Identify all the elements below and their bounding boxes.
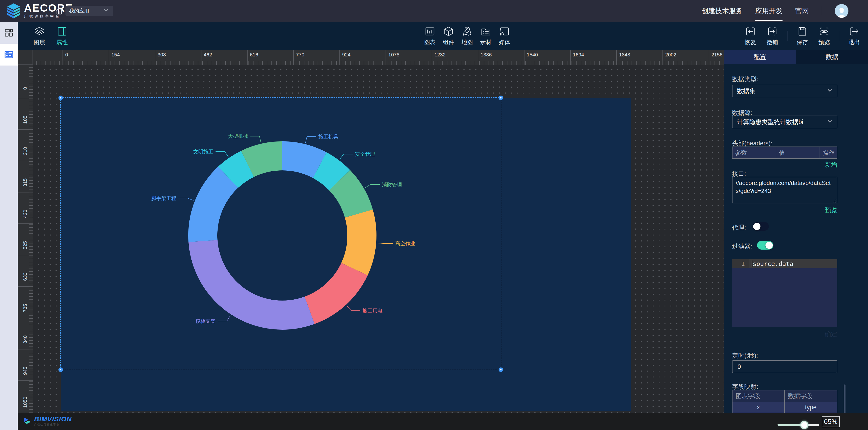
bar-chart-icon bbox=[425, 26, 435, 37]
home-button[interactable] bbox=[55, 6, 64, 16]
map-pin-icon bbox=[462, 26, 472, 37]
slice-label: 安全管理 bbox=[355, 151, 375, 157]
avatar[interactable] bbox=[835, 4, 848, 18]
workspace-select-value: 我的应用 bbox=[69, 7, 89, 14]
exit-button[interactable]: 退出 bbox=[845, 22, 864, 50]
slice-label: 脚手架工程 bbox=[151, 195, 176, 201]
cube-icon bbox=[443, 26, 454, 37]
undo-arrow-icon bbox=[767, 26, 777, 37]
selection-handle[interactable] bbox=[499, 367, 503, 372]
folder-list-icon bbox=[480, 26, 491, 37]
headers-col-param: 参数 bbox=[733, 147, 776, 159]
label-leader-line bbox=[347, 306, 360, 311]
donut-slice[interactable] bbox=[341, 209, 376, 275]
layers-button[interactable]: 图层 bbox=[30, 22, 49, 50]
preview-link[interactable]: 预览 bbox=[825, 206, 837, 214]
restore-button[interactable]: 恢复 bbox=[741, 22, 760, 50]
sidebar-item-pages[interactable] bbox=[0, 44, 18, 65]
data-source-select[interactable]: 计算隐患类型统计数据bi bbox=[732, 116, 837, 128]
headers-col-value: 值 bbox=[776, 147, 820, 159]
table-row[interactable]: x type bbox=[733, 402, 837, 413]
workspace-select[interactable]: 我的应用 bbox=[65, 6, 113, 16]
toolbar-divider bbox=[787, 31, 787, 41]
home-icon bbox=[55, 6, 64, 16]
nav-link-app-dev[interactable]: 应用开发 bbox=[755, 0, 782, 22]
selection-handle[interactable] bbox=[499, 95, 503, 100]
redo-arrow-icon bbox=[745, 26, 756, 37]
aecore-logo-icon bbox=[6, 3, 21, 19]
headers-table: 参数 值 操作 bbox=[732, 146, 837, 159]
slice-label: 消防管理 bbox=[382, 182, 402, 188]
status-bar: BIMVISION 广联达可视化平台 65% bbox=[18, 413, 868, 430]
selected-chart-widget[interactable]: 施工机具安全管理消防管理高空作业施工用电模板支架脚手架工程文明施工大型机械 bbox=[61, 98, 501, 370]
slice-label: 文明施工 bbox=[193, 149, 213, 154]
sidebar-item-widgets[interactable] bbox=[0, 22, 18, 44]
filter-code-editor[interactable]: 1 source.data bbox=[732, 259, 837, 327]
slice-label: 施工机具 bbox=[318, 134, 338, 140]
api-url-textarea[interactable]: //aecore.glodon.com/datavp/dataSets/gdc?… bbox=[732, 177, 837, 203]
zoom-slider-knob[interactable] bbox=[800, 421, 808, 429]
tab-data[interactable]: 数据 bbox=[796, 50, 868, 64]
preview-button[interactable]: 预览 bbox=[815, 22, 833, 50]
properties-button[interactable]: 属性 bbox=[53, 22, 71, 50]
nav-link-official-site[interactable]: 官网 bbox=[795, 0, 809, 22]
undo-button[interactable]: 撤销 bbox=[763, 22, 782, 50]
canvas-workspace[interactable]: 施工机具安全管理消防管理高空作业施工用电模板支架脚手架工程文明施工大型机械 bbox=[33, 65, 724, 413]
editor-toolbar: 图层 属性 图表 组件 地图 素材 媒体 恢复 bbox=[18, 22, 868, 50]
vertical-ruler[interactable]: 01052103154205256307358409451050 bbox=[18, 65, 33, 413]
nav-link-create-service[interactable]: 创建技术服务 bbox=[702, 0, 743, 22]
mapping-data-field: type bbox=[785, 402, 837, 413]
data-type-select[interactable]: 数据集 bbox=[732, 85, 837, 97]
add-header-link[interactable]: 新增 bbox=[825, 161, 837, 169]
filter-label: 过滤器: bbox=[732, 242, 752, 251]
config-panel: 配置 数据 数据类型: 数据集 数据源: 计算隐患类型统计数据bi 头部(hea… bbox=[724, 50, 868, 413]
proxy-label: 代理: bbox=[732, 223, 746, 232]
proxy-toggle[interactable] bbox=[752, 222, 769, 231]
mapping-label: 字段映射: bbox=[732, 383, 758, 391]
mapping-chart-field: x bbox=[733, 402, 785, 413]
app-sidebar bbox=[0, 22, 18, 430]
text-caret bbox=[752, 260, 752, 267]
donut-chart[interactable]: 施工机具安全管理消防管理高空作业施工用电模板支架脚手架工程文明施工大型机械 bbox=[61, 98, 501, 370]
chevron-down-icon bbox=[827, 87, 833, 95]
slice-label: 高空作业 bbox=[395, 241, 415, 247]
slice-label: 模板支架 bbox=[195, 318, 216, 324]
label-leader-line bbox=[250, 136, 261, 142]
components-button[interactable]: 组件 bbox=[439, 22, 458, 50]
timer-label: 定时(:秒): bbox=[732, 351, 758, 360]
page-layout-icon bbox=[4, 50, 14, 60]
headers-col-action: 操作 bbox=[820, 147, 837, 159]
horizontal-ruler[interactable]: -154015430846261677092410781232138615401… bbox=[18, 50, 724, 65]
map-button[interactable]: 地图 bbox=[458, 22, 476, 50]
selection-handle[interactable] bbox=[58, 367, 63, 372]
nav-divider bbox=[822, 6, 822, 16]
save-button[interactable]: 保存 bbox=[793, 22, 812, 50]
chevron-down-icon bbox=[103, 7, 110, 15]
filter-code: source.data bbox=[753, 260, 794, 267]
panel-scrollbar[interactable] bbox=[844, 384, 845, 417]
zoom-level-badge: 65% bbox=[822, 416, 840, 427]
confirm-button[interactable]: 确定 bbox=[825, 330, 837, 339]
line-number: 1 bbox=[732, 259, 749, 268]
save-floppy-icon bbox=[797, 26, 808, 37]
layers-icon bbox=[34, 26, 44, 37]
donut-slice[interactable] bbox=[188, 240, 315, 330]
eye-preview-icon bbox=[819, 26, 829, 37]
toolbar-divider bbox=[839, 31, 839, 41]
charts-button[interactable]: 图表 bbox=[421, 22, 439, 50]
media-button[interactable]: 媒体 bbox=[495, 22, 514, 50]
bimvision-brand: BIMVISION bbox=[34, 415, 72, 423]
filter-toggle[interactable] bbox=[757, 241, 773, 250]
label-leader-line bbox=[340, 154, 353, 159]
donut-slice[interactable] bbox=[305, 263, 368, 324]
assets-button[interactable]: 素材 bbox=[476, 22, 495, 50]
timer-input[interactable]: 0 bbox=[732, 361, 837, 373]
exit-icon bbox=[849, 26, 859, 37]
widgets-icon bbox=[4, 28, 14, 38]
selection-handle[interactable] bbox=[58, 95, 63, 100]
media-cast-icon bbox=[499, 26, 510, 37]
label-leader-line bbox=[179, 198, 193, 200]
tab-config[interactable]: 配置 bbox=[724, 50, 796, 64]
data-type-label: 数据类型: bbox=[732, 75, 758, 83]
field-mapping-table: 图表字段 数据字段 x type bbox=[732, 390, 837, 413]
